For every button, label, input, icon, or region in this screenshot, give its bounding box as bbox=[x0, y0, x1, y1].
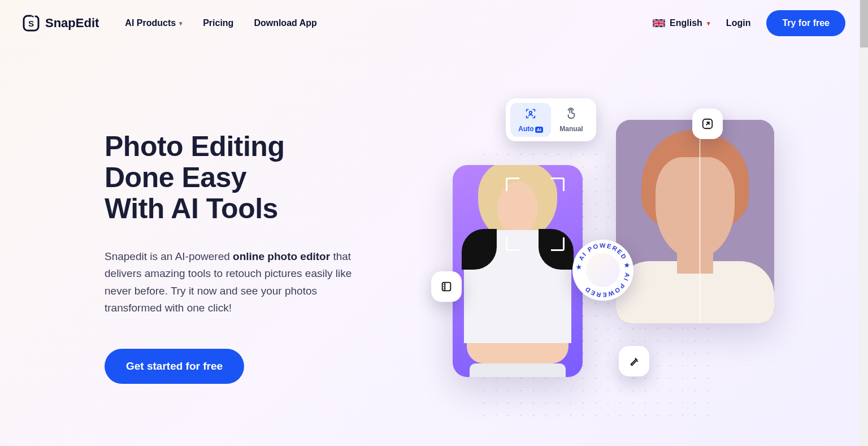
hero-title-line-1: Photo Editing bbox=[105, 131, 284, 162]
nav: AI Products ▾ Pricing Download App bbox=[125, 18, 316, 28]
mode-auto-tab[interactable]: AutoAI bbox=[510, 103, 551, 137]
hero: Photo Editing Done Easy With AI Tools Sn… bbox=[0, 46, 868, 425]
get-started-button[interactable]: Get started for free bbox=[105, 349, 244, 384]
portrait-after bbox=[616, 120, 774, 323]
filmstrip-icon bbox=[440, 280, 453, 293]
frames-chip[interactable] bbox=[431, 271, 462, 302]
hero-title-line-2: Done Easy bbox=[105, 162, 246, 193]
header-right: English ▾ Login Try for free bbox=[653, 10, 845, 36]
scrollbar-thumb[interactable] bbox=[860, 0, 868, 47]
svg-text:★ AI POWERED ★ AI POWERED: ★ AI POWERED ★ AI POWERED bbox=[575, 242, 632, 298]
nav-download-app[interactable]: Download App bbox=[254, 18, 316, 28]
mode-manual-tab[interactable]: Manual bbox=[551, 103, 592, 137]
mode-auto-label: AutoAI bbox=[518, 125, 542, 133]
svg-rect-9 bbox=[653, 23, 665, 24]
svg-text:S: S bbox=[28, 19, 34, 28]
language-label: English bbox=[670, 18, 702, 28]
nav-pricing[interactable]: Pricing bbox=[203, 18, 233, 28]
magic-chip[interactable] bbox=[619, 346, 649, 376]
page-scrollbar[interactable] bbox=[859, 0, 868, 446]
chevron-down-icon: ▾ bbox=[707, 20, 710, 27]
ai-powered-badge: ★ AI POWERED ★ AI POWERED bbox=[572, 240, 633, 301]
hero-description: Snapedit is an AI-powered online photo e… bbox=[105, 248, 376, 317]
expand-icon bbox=[701, 118, 714, 130]
svg-point-2 bbox=[32, 15, 33, 17]
language-selector[interactable]: English ▾ bbox=[653, 18, 710, 28]
hero-illustration: AutoAI Manual ★ AI POW bbox=[432, 86, 834, 425]
logo[interactable]: S SnapEdit bbox=[23, 15, 99, 32]
hero-desc-pre: Snapedit is an AI-powered bbox=[105, 250, 233, 262]
login-link[interactable]: Login bbox=[726, 18, 751, 28]
hero-title: Photo Editing Done Easy With AI Tools bbox=[105, 131, 410, 224]
svg-point-10 bbox=[530, 111, 532, 113]
mode-toggle: AutoAI Manual bbox=[506, 98, 596, 141]
uk-flag-icon bbox=[653, 19, 665, 27]
sample-image-right bbox=[616, 120, 774, 323]
face-scan-icon bbox=[524, 107, 537, 123]
logo-icon: S bbox=[23, 15, 40, 32]
magic-wand-icon bbox=[628, 355, 640, 367]
mode-manual-label: Manual bbox=[559, 125, 583, 133]
svg-point-3 bbox=[34, 15, 36, 17]
tap-icon bbox=[565, 107, 578, 123]
logo-text: SnapEdit bbox=[45, 16, 99, 31]
nav-ai-products-label: AI Products bbox=[125, 18, 176, 28]
hero-title-line-3: With AI Tools bbox=[105, 193, 278, 224]
hero-copy: Photo Editing Done Easy With AI Tools Sn… bbox=[105, 86, 410, 425]
header: S SnapEdit AI Products ▾ Pricing Downloa… bbox=[0, 0, 868, 46]
nav-ai-products[interactable]: AI Products ▾ bbox=[125, 18, 183, 28]
chevron-down-icon: ▾ bbox=[179, 20, 183, 27]
compare-divider bbox=[700, 120, 700, 323]
expand-chip[interactable] bbox=[692, 109, 723, 139]
detect-face-frame bbox=[506, 177, 565, 251]
hero-desc-bold: online photo editor bbox=[233, 250, 330, 262]
try-free-button[interactable]: Try for free bbox=[766, 10, 845, 36]
